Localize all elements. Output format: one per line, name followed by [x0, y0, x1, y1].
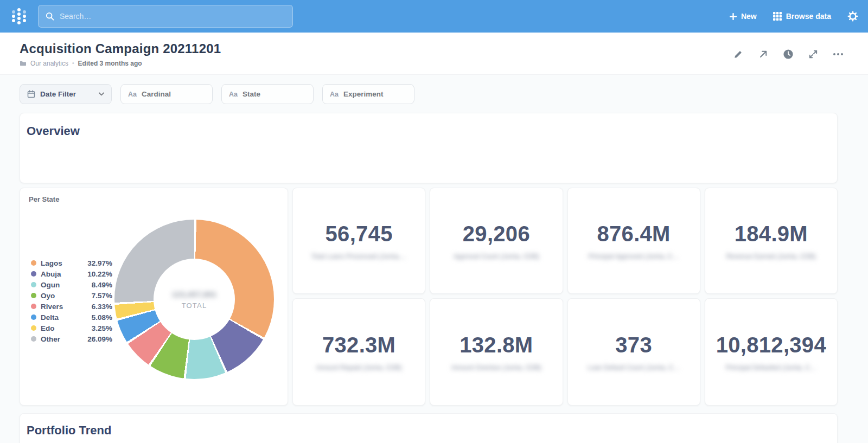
folder-icon — [20, 60, 27, 66]
legend-color-dot — [31, 314, 36, 320]
text-filter-icon: Aa — [128, 91, 137, 98]
donut-center: 123,457,891 TOTAL — [154, 259, 235, 340]
scalar-card-amount-repaid[interactable]: 732.3M Amount Repaid (Jumia, CDB) — [292, 298, 425, 406]
search-input[interactable] — [60, 12, 285, 21]
legend-item-oyo[interactable]: Oyo 7.57% — [31, 290, 112, 301]
legend-label: Abuja — [41, 270, 61, 278]
scalar-value: 29,206 — [463, 222, 530, 246]
legend-percent: 7.57% — [92, 292, 112, 300]
auto-refresh-clock-icon[interactable] — [782, 48, 794, 60]
legend-percent: 6.33% — [92, 303, 112, 311]
legend-percent: 5.08% — [92, 313, 112, 322]
search-icon — [46, 12, 54, 21]
portfolio-trend-card: Portfolio Trend — [20, 413, 838, 443]
scalar-value: 876.4M — [597, 222, 671, 246]
scalar-card-revenue-earned[interactable]: 184.9M Revenue Earned (Jumia, CDB) — [705, 188, 838, 294]
legend-item-delta[interactable]: Delta 5.08% — [31, 312, 112, 323]
legend-percent: 8.49% — [92, 281, 112, 289]
cardinal-filter[interactable]: Aa Cardinal — [120, 84, 213, 104]
grid-icon — [773, 12, 782, 21]
scalar-value: 10,812,394 — [716, 333, 826, 357]
experiment-filter-label: Experiment — [343, 90, 384, 98]
scalar-value: 373 — [615, 333, 652, 357]
gear-icon — [847, 11, 858, 22]
breadcrumb-collection[interactable]: Our analytics — [30, 60, 68, 67]
scalar-caption: Amount Repaid (Jumia, CDB) — [316, 364, 402, 371]
legend-item-lagos[interactable]: Lagos 32.97% — [31, 258, 112, 268]
legend-color-dot — [31, 304, 36, 309]
date-filter[interactable]: Date Filter — [20, 84, 112, 104]
metabase-logo[interactable] — [10, 7, 28, 26]
new-button[interactable]: New — [730, 12, 757, 21]
legend-color-dot — [31, 293, 36, 298]
date-filter-label: Date Filter — [40, 90, 76, 98]
scalar-value: 56,745 — [326, 222, 393, 246]
scalar-card-principal-defaulted[interactable]: 10,812,394 Principal Defaulted (Jumia, C… — [705, 298, 838, 406]
state-filter-label: State — [242, 90, 260, 98]
top-nav-bar: New Browse data — [0, 0, 868, 33]
browse-data-label: Browse data — [786, 12, 831, 21]
experiment-filter[interactable]: Aa Experiment — [322, 84, 414, 104]
calendar-icon — [27, 90, 35, 98]
donut-chart[interactable]: 123,457,891 TOTAL — [114, 220, 274, 379]
scalar-card-loan-default-count[interactable]: 373 Loan Default Count (Jumia, C… — [567, 298, 700, 406]
legend-color-dot — [31, 260, 36, 266]
breadcrumb: Our analytics • Edited 3 months ago — [20, 60, 221, 67]
legend-label: Oyo — [41, 292, 55, 300]
text-filter-icon: Aa — [229, 91, 238, 98]
legend-label: Ogun — [41, 281, 60, 289]
legend-label: Other — [41, 335, 60, 343]
settings-button[interactable] — [847, 11, 858, 22]
donut-total-value: 123,457,891 — [171, 290, 216, 299]
dashboard-header: Acquisition Campaign 20211201 Our analyt… — [0, 33, 868, 75]
per-state-card-title: Per State — [29, 195, 59, 203]
legend-item-other[interactable]: Other 26.09% — [31, 333, 112, 344]
legend-percent: 3.25% — [92, 324, 112, 332]
scalar-card-approval-count[interactable]: 29,206 Approval Count (Jumia, CDB) — [430, 188, 563, 294]
edit-pencil-icon[interactable] — [732, 48, 744, 60]
scalar-caption: Revenue Earned (Jumia, CDB) — [726, 253, 816, 260]
legend-color-dot — [31, 336, 36, 342]
scalar-value: 184.9M — [735, 222, 808, 246]
per-state-card: Per State Lagos 32.97% Abuja 10.22% Ogun… — [20, 188, 288, 406]
sharing-arrow-icon[interactable] — [757, 48, 769, 60]
scalar-caption: Principal Defaulted (Jumia, C… — [726, 364, 816, 371]
legend-label: Rivers — [41, 303, 63, 311]
scalar-caption: Approval Count (Jumia, CDB) — [454, 253, 539, 260]
overview-heading: Overview — [27, 124, 831, 138]
legend-color-dot — [31, 325, 36, 331]
search-bar[interactable] — [38, 5, 293, 28]
state-filter[interactable]: Aa State — [221, 84, 314, 104]
new-button-label: New — [741, 12, 757, 21]
ellipsis-menu-icon[interactable] — [832, 48, 844, 60]
scalar-card-total-loans[interactable]: 56,745 Total Loans Processed (Jumia,… — [292, 188, 425, 294]
scalar-caption: Total Loans Processed (Jumia,… — [311, 253, 407, 260]
legend-label: Edo — [41, 324, 55, 332]
dashboard-grid: Overview Per State Lagos 32.97% Abuja 10… — [0, 113, 868, 443]
legend-item-abuja[interactable]: Abuja 10.22% — [31, 268, 112, 279]
scalar-value: 732.3M — [322, 333, 395, 357]
legend-item-rivers[interactable]: Rivers 6.33% — [31, 301, 112, 312]
legend-color-dot — [31, 282, 36, 287]
cardinal-filter-label: Cardinal — [142, 90, 171, 98]
legend-percent: 32.97% — [87, 259, 112, 267]
page-title: Acquisition Campaign 20211201 — [20, 41, 221, 56]
fullscreen-icon[interactable] — [807, 48, 819, 60]
legend-label: Lagos — [41, 259, 62, 267]
overview-text-card: Overview — [20, 113, 838, 183]
legend-color-dot — [31, 271, 36, 277]
legend-percent: 10.22% — [87, 270, 112, 278]
dashboard-actions — [732, 48, 844, 60]
legend-item-edo[interactable]: Edo 3.25% — [31, 323, 112, 333]
portfolio-trend-heading: Portfolio Trend — [27, 423, 831, 438]
legend-item-ogun[interactable]: Ogun 8.49% — [31, 279, 112, 290]
browse-data-button[interactable]: Browse data — [773, 12, 831, 21]
donut-total-label: TOTAL — [182, 301, 207, 310]
scalar-card-amount-overdue[interactable]: 132.8M Amount Overdue (Jumia, CDB) — [430, 298, 563, 406]
dashboard-header-left: Acquisition Campaign 20211201 Our analyt… — [20, 41, 221, 67]
chart-legend: Lagos 32.97% Abuja 10.22% Ogun 8.49% Oyo… — [31, 258, 112, 344]
text-filter-icon: Aa — [330, 91, 339, 98]
scalar-card-principal-approved[interactable]: 876.4M Principal Approved (Jumia, C… — [567, 188, 700, 294]
scalar-caption: Amount Overdue (Jumia, CDB) — [451, 364, 541, 371]
legend-percent: 26.09% — [87, 335, 112, 343]
